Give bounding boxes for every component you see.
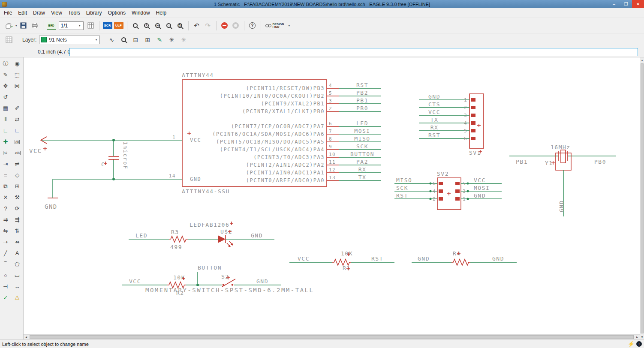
power-nets[interactable] (42, 139, 182, 198)
tool-paste[interactable]: ⊞ (12, 181, 23, 192)
open-button[interactable] (3, 20, 15, 31)
ic-package-name[interactable]: ATTINY44-SSU (182, 188, 230, 195)
scroll-down-icon[interactable]: ▾ (640, 334, 644, 339)
tool-swap-dots[interactable]: ⇶ (12, 214, 23, 225)
scroll-right-icon[interactable]: ▸ (635, 335, 640, 340)
tool-attribute[interactable]: ◇ (12, 170, 23, 180)
tool-junction[interactable]: ✚ (0, 136, 11, 147)
r1-value[interactable]: 10K (341, 250, 353, 257)
menu-help[interactable]: Help (153, 9, 170, 17)
tool-arrows-lr[interactable]: ⇆ (0, 225, 11, 236)
net-label-gnd[interactable]: GND (474, 192, 486, 199)
net-label-rx[interactable]: RX (358, 166, 367, 173)
grid-settings-button[interactable] (3, 34, 15, 45)
sv1-pad[interactable] (471, 106, 475, 109)
connector-sv1[interactable]: SV1 (469, 94, 484, 156)
tool-cut[interactable]: ⫴ (0, 114, 11, 125)
menu-file[interactable]: File (1, 9, 15, 17)
tool-erc[interactable]: ✓ (0, 292, 11, 303)
tool-info[interactable]: ⓘ (0, 58, 11, 69)
layer-select[interactable]: 91 Nets ▾ (39, 36, 100, 44)
bend-style-button[interactable]: ∿ (106, 34, 117, 45)
vertical-scrollbar[interactable]: ▴ ▾ (640, 57, 644, 339)
sheet-selector[interactable]: 1/1 ▾ (59, 21, 84, 30)
add-label-button[interactable]: ✎ (154, 34, 165, 45)
capacitor-value[interactable]: 1microF (122, 141, 129, 169)
tool-help-mark[interactable]: ? (0, 203, 11, 214)
tool-text[interactable]: A (12, 248, 23, 258)
zoom-fit-button[interactable] (130, 20, 141, 31)
drawing-area[interactable]: ATTINY44 ATTINY44-SSU VCC C 1microF GND (24, 57, 640, 334)
scr-button[interactable]: SCR (102, 20, 113, 31)
ulp-button[interactable]: ULP (113, 20, 124, 31)
net-label-rst[interactable]: RST (371, 255, 383, 262)
tool-wire[interactable]: ╱ (0, 248, 11, 258)
resistor-r4[interactable] (451, 259, 470, 265)
menu-edit[interactable]: Edit (15, 9, 30, 17)
net-label-tx[interactable]: TX (358, 174, 367, 180)
sv1-pad[interactable] (471, 121, 475, 125)
restore-button[interactable]: ❐ (620, 0, 632, 8)
stop-button[interactable] (219, 20, 230, 31)
tool-value[interactable]: 10k (12, 147, 23, 158)
tool-net[interactable]: ∟ (0, 125, 11, 136)
ic-name[interactable]: ATTINY44 (182, 72, 214, 78)
tool-group[interactable]: ▦ (0, 103, 11, 114)
tool-label[interactable]: AB (12, 136, 23, 147)
menu-window[interactable]: Window (129, 9, 153, 17)
undo-button[interactable]: ↶ (191, 20, 202, 31)
zoom-redraw-button[interactable]: ↻ (175, 20, 186, 31)
led-branch[interactable]: LED R3 499 LEDFAB1206 U$2 GND (129, 222, 274, 250)
net-label-led[interactable]: LED (135, 232, 147, 239)
net-label-pb2[interactable]: PB2 (356, 90, 368, 96)
gnd-label[interactable]: GND (45, 203, 57, 210)
button-branch[interactable]: BUTTON VCC 10K R2 S2 GND MOMENTARY-SWITC… (122, 264, 314, 296)
open-board-button[interactable]: BRD (46, 20, 57, 31)
net-label-gnd[interactable]: GND (428, 93, 440, 100)
tool-copy[interactable]: ⧉ (0, 181, 11, 192)
tool-arrows-ud[interactable]: ⇅ (12, 225, 23, 236)
menu-options[interactable]: Options (105, 9, 129, 17)
tool-mirror[interactable]: ⋈ (12, 81, 23, 91)
gear-dark-button[interactable]: ✳ (166, 34, 177, 45)
tool-dimension[interactable]: ⊣ (0, 281, 11, 292)
gnd-symbol[interactable]: GND (45, 198, 58, 210)
r3-name[interactable]: R3 (171, 229, 179, 235)
tool-move[interactable]: ✥ (0, 81, 11, 91)
tool-show[interactable]: ◉ (12, 58, 23, 69)
net-label-gnd[interactable]: GND (251, 232, 263, 239)
net-label-rx[interactable]: RX (430, 124, 439, 131)
menu-view[interactable]: View (48, 9, 65, 17)
net-label-button[interactable]: BUTTON (198, 264, 222, 271)
net-label-mosi[interactable]: MOSI (474, 185, 490, 191)
menu-tools[interactable]: Tools (65, 9, 83, 17)
tool-delete[interactable]: ✕ (0, 192, 11, 203)
r3-value[interactable]: 499 (170, 244, 182, 250)
net-label-vcc[interactable]: VCC (129, 278, 141, 285)
sv2-pad[interactable] (455, 197, 460, 201)
grid-dots-button[interactable]: ⊞ (142, 34, 153, 45)
gear-light-button[interactable]: ✳ (178, 34, 189, 45)
schematic-canvas[interactable]: ATTINY44 ATTINY44-SSU VCC C 1microF GND (24, 57, 640, 334)
net-label-cts[interactable]: CTS (428, 101, 440, 108)
crystal-y1[interactable]: 16MHz Y1 PB1 PB0 GND (509, 144, 616, 216)
led-device-name[interactable]: LEDFAB1206 (190, 222, 229, 228)
tool-smash[interactable]: ≡ (0, 170, 11, 180)
redo-button[interactable]: ↷ (202, 20, 214, 31)
print-button[interactable] (29, 20, 40, 31)
sv1-name[interactable]: SV1 (469, 150, 481, 156)
capacitor-c1[interactable]: C 1microF (101, 141, 129, 169)
command-line-input[interactable] (69, 48, 638, 56)
scroll-left-icon[interactable]: ◂ (24, 335, 29, 340)
open-dropdown-icon[interactable]: ▾ (15, 24, 17, 27)
net-style-button[interactable]: ⊟ (130, 34, 141, 45)
menu-draw[interactable]: Draw (30, 9, 48, 17)
zoom-select-button[interactable]: ▫ (163, 20, 175, 31)
net-label-miso[interactable]: MISO (396, 177, 412, 183)
scroll-up-icon[interactable]: ▴ (640, 57, 644, 63)
resistor-r1[interactable] (332, 259, 351, 265)
horizontal-scrollbar[interactable]: ◂ ▸ (24, 334, 640, 339)
status-alert-icon[interactable]: ! (636, 341, 642, 347)
switch-lever[interactable] (222, 279, 235, 287)
sheets-button[interactable] (85, 20, 96, 31)
